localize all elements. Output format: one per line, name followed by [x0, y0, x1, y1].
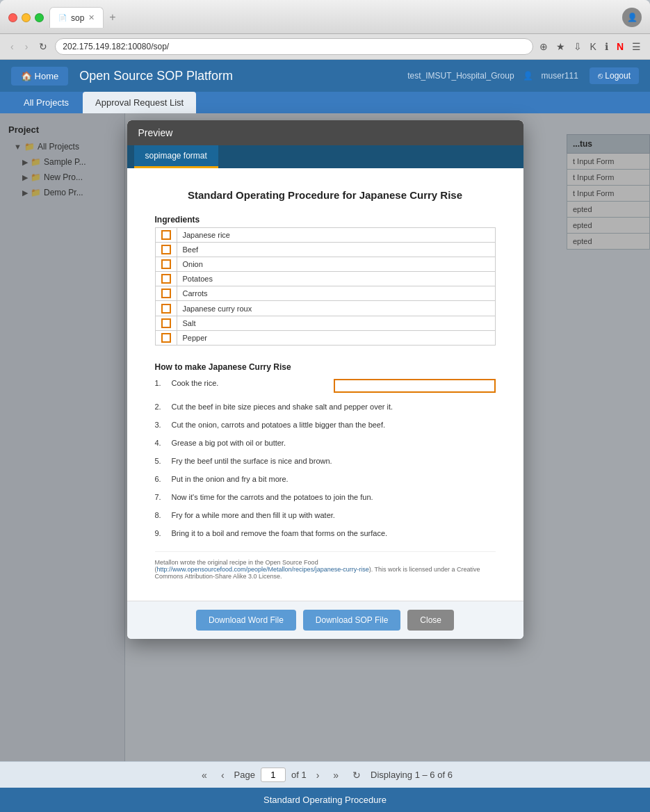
- step-number-4: 5.: [155, 457, 172, 465]
- reload-button[interactable]: ↻: [35, 39, 51, 54]
- close-button[interactable]: [8, 13, 17, 22]
- page-input[interactable]: [261, 768, 286, 782]
- ingredient-row: Potatoes: [155, 272, 495, 286]
- ingredient-name-1: Beef: [177, 243, 495, 257]
- step-number-3: 4.: [155, 439, 172, 447]
- step-text-3: Grease a big pot with oil or butter.: [172, 439, 496, 447]
- pagination-bar: « ‹ Page of 1 › » ↻ Displaying 1 – 6 of …: [0, 761, 650, 788]
- step-text-4: Fry the beef until the surface is nice a…: [172, 457, 496, 465]
- checkbox-cell-4: [155, 286, 177, 301]
- ingredient-row: Pepper: [155, 330, 495, 345]
- maximize-button[interactable]: [35, 13, 44, 22]
- browser-window: 📄 sop ✕ + 👤 ‹ › ↻ 202.175.149.182:10080/…: [0, 0, 650, 812]
- prev-page-button[interactable]: ‹: [217, 768, 229, 782]
- step-text-5: Put in the onion and fry a bit more.: [172, 475, 496, 483]
- ingredient-name-3: Potatoes: [177, 272, 495, 286]
- tab-label: sop: [71, 13, 84, 23]
- ingredient-row: Japanese rice: [155, 228, 495, 243]
- step-number-2: 3.: [155, 421, 172, 429]
- step-input-0[interactable]: [334, 379, 496, 393]
- of-label: of 1: [291, 770, 307, 780]
- steps-container: 1. Cook the rice. 2. Cut the beef in bit…: [155, 379, 496, 537]
- checkbox-cell-3: [155, 272, 177, 286]
- sop-footer: Metallon wrote the original recipe in th…: [155, 551, 496, 580]
- address-bar[interactable]: 202.175.149.182:10080/sop/: [55, 38, 533, 55]
- checkbox-icon-5: [161, 304, 171, 314]
- steps-section: How to make Japanese Curry Rise 1. Cook …: [155, 362, 496, 537]
- checkbox-icon-3: [161, 274, 171, 284]
- download-icon[interactable]: ⇩: [571, 39, 584, 54]
- checkbox-cell-7: [155, 330, 177, 345]
- tab-all-projects[interactable]: All Projects: [11, 92, 81, 113]
- step-text-2: Cut the onion, carrots and potatoes a li…: [172, 421, 496, 429]
- info-icon[interactable]: ℹ: [603, 39, 610, 54]
- new-icon[interactable]: N: [615, 39, 626, 54]
- checkbox-cell-2: [155, 257, 177, 272]
- checkbox-icon-2: [161, 259, 171, 269]
- checkbox-icon-0: [161, 230, 171, 240]
- close-button[interactable]: Close: [407, 610, 454, 631]
- tab-approval-request[interactable]: Approval Request List: [83, 92, 196, 113]
- preview-modal: Preview sopimage format Standard Operati…: [127, 120, 523, 639]
- address-text: 202.175.149.182:10080/sop/: [63, 42, 169, 51]
- logout-button[interactable]: ⎋ Logout: [590, 67, 639, 84]
- nav-bar: ‹ › ↻ 202.175.149.182:10080/sop/ ⊕ ★ ⇩ K…: [0, 34, 650, 60]
- download-sop-button[interactable]: Download SOP File: [303, 610, 401, 631]
- step-item-6: 7. Now it's time for the carrots and the…: [155, 493, 496, 501]
- footer-link[interactable]: http://www.opensourcefood.com/people/Met…: [157, 566, 369, 573]
- modal-footer: Download Word File Download SOP File Clo…: [127, 601, 523, 639]
- step-item-1: 2. Cut the beef in bite size pieces and …: [155, 403, 496, 411]
- step-text-6: Now it's time for the carrots and the po…: [172, 493, 496, 501]
- step-number-5: 6.: [155, 475, 172, 483]
- ingredient-row: Japanese curry roux: [155, 301, 495, 316]
- app-header: 🏠 Home Open Source SOP Platform test_IMS…: [0, 60, 650, 92]
- checkbox-cell-1: [155, 243, 177, 257]
- tab-close-icon[interactable]: ✕: [88, 13, 95, 22]
- steps-title: How to make Japanese Curry Rise: [155, 362, 496, 372]
- ingredient-row: Onion: [155, 257, 495, 272]
- step-item-8: 9. Bring it to a boil and remove the foa…: [155, 529, 496, 537]
- ingredient-name-6: Salt: [177, 316, 495, 330]
- footer-text: Metallon wrote the original recipe in th…: [155, 559, 480, 580]
- home-button[interactable]: 🏠 Home: [11, 67, 68, 86]
- new-tab-button[interactable]: +: [106, 11, 118, 24]
- ingredient-name-4: Carrots: [177, 286, 495, 301]
- ingredient-row: Salt: [155, 316, 495, 330]
- bookmark-icon[interactable]: ★: [554, 39, 567, 54]
- ingredient-row: Carrots: [155, 286, 495, 301]
- ingredient-name-7: Pepper: [177, 330, 495, 345]
- next-page-button[interactable]: ›: [312, 768, 324, 782]
- user-group: test_IMSUT_Hospital_Group: [407, 71, 514, 81]
- step-item-7: 8. Fry for a while more and then fill it…: [155, 511, 496, 519]
- footer-label: Standard Operating Procedure: [263, 795, 387, 805]
- step-item-3: 4. Grease a big pot with oil or butter.: [155, 439, 496, 447]
- sub-nav: All Projects Approval Request List: [0, 92, 650, 113]
- browser-tab[interactable]: 📄 sop ✕: [49, 7, 104, 28]
- modal-title: Preview: [138, 127, 173, 138]
- checkbox-cell-5: [155, 301, 177, 316]
- user-icon: 👤: [523, 71, 533, 81]
- step-item-2: 3. Cut the onion, carrots and potatoes a…: [155, 421, 496, 429]
- step-text-8: Bring it to a boil and remove the foam t…: [172, 529, 496, 537]
- back-button[interactable]: ‹: [7, 39, 17, 54]
- step-text-1: Cut the beef in bite size pieces and sha…: [172, 403, 496, 411]
- translate-icon[interactable]: ⊕: [537, 39, 550, 54]
- ingredient-name-2: Onion: [177, 257, 495, 272]
- modal-header: Preview: [127, 120, 523, 145]
- checkbox-icon-1: [161, 245, 171, 254]
- menu-icon[interactable]: ☰: [630, 39, 643, 54]
- minimize-button[interactable]: [22, 13, 31, 22]
- last-page-button[interactable]: »: [329, 768, 343, 782]
- page-label: Page: [234, 770, 255, 780]
- first-page-button[interactable]: «: [197, 768, 211, 782]
- forward-button[interactable]: ›: [22, 39, 32, 54]
- checkbox-icon-6: [161, 318, 171, 328]
- modal-tab-sopimage[interactable]: sopimage format: [134, 145, 218, 168]
- refresh-page-button[interactable]: ↻: [348, 768, 365, 782]
- app-title: Open Source SOP Platform: [79, 69, 396, 83]
- traffic-lights: [8, 13, 44, 22]
- kaspersky-icon[interactable]: K: [588, 39, 599, 54]
- checkbox-cell-6: [155, 316, 177, 330]
- download-word-button[interactable]: Download Word File: [196, 610, 296, 631]
- profile-icon[interactable]: 👤: [622, 8, 642, 27]
